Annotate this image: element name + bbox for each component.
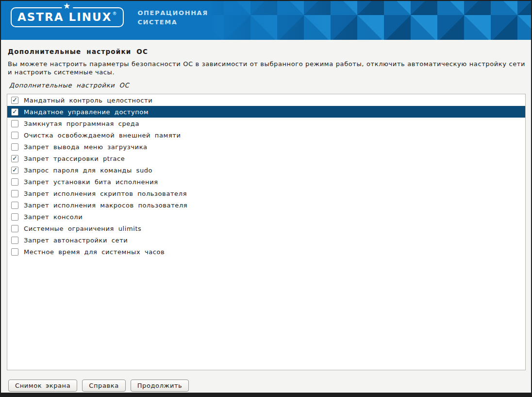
continue-button[interactable]: Продолжить xyxy=(131,380,189,392)
option-row[interactable]: Системные ограничения ulimits xyxy=(7,223,525,234)
installer-window: ★ ASTRA LINUX® ОПЕРАЦИОННАЯСИСТЕМА Допол… xyxy=(0,0,532,397)
options-listbox[interactable]: ✓ Мандатный контроль целостности ✓ Манда… xyxy=(7,94,526,370)
option-label: Местное время для системных часов xyxy=(24,248,165,256)
option-label: Мандатный контроль целостности xyxy=(24,97,152,104)
brand-block: ★ ASTRA LINUX® ОПЕРАЦИОННАЯСИСТЕМА xyxy=(11,7,208,27)
brand-subtitle-line1: ОПЕРАЦИОННАЯ xyxy=(137,9,208,17)
option-label: Очистка освобождаемой внешней памяти xyxy=(24,132,181,139)
installer-inner: ★ ASTRA LINUX® ОПЕРАЦИОННАЯСИСТЕМА Допол… xyxy=(1,1,531,393)
checkbox-icon[interactable] xyxy=(11,120,18,127)
option-row[interactable]: ✓ Мандатное управление доступом xyxy=(7,106,525,118)
checkbox-icon[interactable] xyxy=(11,190,18,197)
option-label: Замкнутая программная среда xyxy=(24,120,139,127)
footer-bar: Снимок экрана Справка Продолжить xyxy=(1,380,531,392)
page-description: Вы можете настроить параметры безопаснос… xyxy=(8,60,525,76)
astra-linux-logo: ★ ASTRA LINUX® xyxy=(11,7,124,27)
checkbox-icon[interactable] xyxy=(11,143,18,151)
checkbox-icon[interactable]: ✓ xyxy=(11,155,18,162)
checkbox-icon[interactable]: ✓ xyxy=(11,167,18,174)
checkbox-icon[interactable] xyxy=(11,213,18,221)
option-row[interactable]: Запрет автонастройки сети xyxy=(7,234,525,246)
option-row[interactable]: Запрет вывода меню загрузчика xyxy=(7,141,525,153)
option-row[interactable]: ✓ Запрос пароля для команды sudo xyxy=(7,164,525,176)
option-label: Запрет исполнения макросов пользователя xyxy=(24,202,187,209)
registered-mark: ® xyxy=(112,11,117,16)
option-row[interactable]: Запрет консоли xyxy=(7,211,525,223)
option-label: Запрет вывода меню загрузчика xyxy=(24,143,148,151)
option-row[interactable]: Запрет исполнения макросов пользователя xyxy=(7,199,525,211)
brand-subtitle: ОПЕРАЦИОННАЯСИСТЕМА xyxy=(137,8,208,27)
checkbox-icon[interactable] xyxy=(11,132,18,139)
option-row[interactable]: Очистка освобождаемой внешней памяти xyxy=(7,129,525,141)
header-banner: ★ ASTRA LINUX® ОПЕРАЦИОННАЯСИСТЕМА xyxy=(1,1,531,40)
option-row[interactable]: Замкнутая программная среда xyxy=(7,118,525,129)
option-label: Запрет трассировки ptrace xyxy=(24,155,125,162)
option-row[interactable]: ✓ Запрет трассировки ptrace xyxy=(7,153,525,164)
star-icon: ★ xyxy=(62,2,73,10)
screenshot-button[interactable]: Снимок экрана xyxy=(8,380,77,392)
option-row[interactable]: Запрет исполнения скриптов пользователя xyxy=(7,188,525,199)
option-label: Системные ограничения ulimits xyxy=(24,225,141,232)
logo-text: ASTRA LINUX xyxy=(17,11,112,23)
help-button[interactable]: Справка xyxy=(82,380,125,392)
checkbox-icon[interactable]: ✓ xyxy=(11,108,18,116)
checkbox-icon[interactable] xyxy=(11,202,18,209)
option-label: Запрет исполнения скриптов пользователя xyxy=(24,190,187,197)
option-row[interactable]: Запрет установки бита исполнения xyxy=(7,176,525,188)
option-label: Запрос пароля для команды sudo xyxy=(24,167,152,174)
option-label: Запрет установки бита исполнения xyxy=(24,178,158,186)
checkbox-icon[interactable] xyxy=(11,178,18,186)
option-row[interactable]: Местное время для системных часов xyxy=(7,246,525,258)
brand-subtitle-line2: СИСТЕМА xyxy=(137,18,177,26)
page-title: Дополнительные настройки ОС xyxy=(8,48,148,55)
page-subtitle: Дополнительные настройки ОС xyxy=(9,82,129,89)
option-label: Запрет консоли xyxy=(24,213,83,221)
option-row[interactable]: ✓ Мандатный контроль целостности xyxy=(7,94,525,106)
option-label: Запрет автонастройки сети xyxy=(24,237,128,244)
checkbox-icon[interactable] xyxy=(11,248,18,256)
checkbox-icon[interactable] xyxy=(11,237,18,244)
option-label: Мандатное управление доступом xyxy=(24,108,149,116)
checkbox-icon[interactable] xyxy=(11,225,18,232)
checkbox-icon[interactable]: ✓ xyxy=(11,97,18,104)
